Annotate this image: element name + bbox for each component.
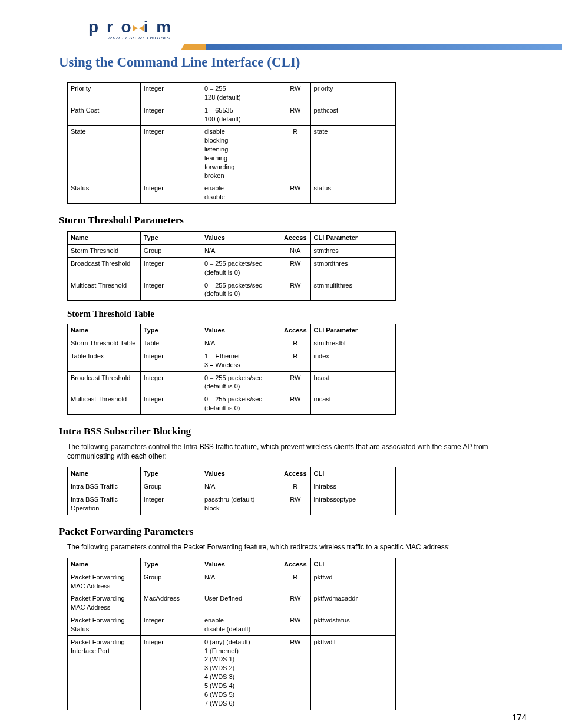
- cell-cli: state: [310, 126, 395, 182]
- cell-values: N/A: [201, 480, 280, 493]
- cell-values: 0 (any) (default)1 (Ethernet)2 (WDS 1)3 …: [201, 635, 280, 710]
- cell-access: RW: [280, 493, 310, 515]
- cell-access: RW: [280, 371, 310, 393]
- table-row: Storm Threshold TableTableN/ARstmthrestb…: [68, 337, 396, 350]
- cell-name: Packet Forwarding MAC Address: [68, 571, 141, 592]
- col-access: Access: [280, 324, 310, 337]
- cell-access: RW: [280, 104, 310, 126]
- cell-cli: stmthrestbl: [310, 337, 395, 350]
- cell-access: R: [280, 337, 310, 350]
- intro-intra-bss: The following parameters control the Int…: [67, 442, 527, 461]
- cell-values: User Defined: [201, 592, 280, 614]
- cell-access: R: [280, 571, 310, 592]
- cell-cli: pathcost: [310, 104, 395, 126]
- col-access: Access: [280, 232, 310, 245]
- table-row: Broadcast ThresholdInteger0 – 255 packet…: [68, 257, 396, 279]
- cell-type: Table: [140, 337, 201, 350]
- cell-name: Multicast Threshold: [68, 279, 141, 301]
- cell-name: State: [68, 126, 141, 182]
- table-row: Broadcast ThresholdInteger0 – 255 packet…: [68, 371, 396, 393]
- table-row: Path CostInteger1 – 65535100 (default)RW…: [68, 104, 396, 126]
- cell-name: Path Cost: [68, 104, 141, 126]
- col-access: Access: [280, 558, 310, 571]
- cell-cli: intrabssoptype: [310, 493, 395, 515]
- page-root: p r oi m WIRELESS NETWORKS Using the Com…: [0, 0, 562, 728]
- col-cli: CLI Parameter: [310, 324, 395, 337]
- page-title: Using the Command Line Interface (CLI): [59, 55, 527, 70]
- cell-cli: pktfwdstatus: [310, 614, 395, 636]
- logo-arrow-icon: [133, 23, 144, 34]
- col-type: Type: [140, 232, 201, 245]
- cell-type: Integer: [140, 371, 201, 393]
- col-type: Type: [140, 467, 201, 480]
- cell-type: Integer: [140, 350, 201, 371]
- table-top: PriorityInteger0 – 255128 (default)RWpri…: [67, 82, 396, 204]
- col-values: Values: [201, 558, 280, 571]
- col-values: Values: [201, 324, 280, 337]
- col-values: Values: [201, 467, 280, 480]
- cell-access: RW: [280, 393, 310, 415]
- heading-storm-table: Storm Threshold Table: [67, 309, 527, 319]
- cell-type: Integer: [140, 83, 201, 104]
- cell-cli: bcast: [310, 371, 395, 393]
- cell-cli: pktfwd: [310, 571, 395, 592]
- table-row: Table IndexInteger1 = Ethernet3 = Wirele…: [68, 350, 396, 371]
- cell-type: Integer: [140, 635, 201, 710]
- table-header-row: Name Type Values Access CLI: [68, 558, 396, 571]
- table-storm-table: Name Type Values Access CLI Parameter St…: [67, 324, 396, 415]
- heading-intra-bss: Intra BSS Subscriber Blocking: [59, 426, 527, 437]
- col-name: Name: [68, 558, 141, 571]
- col-cli: CLI: [310, 467, 395, 480]
- cell-cli: stmthres: [310, 244, 395, 257]
- cell-access: R: [280, 480, 310, 493]
- cell-name: Intra BSS Traffic: [68, 480, 141, 493]
- cell-cli: stmmultithres: [310, 279, 395, 301]
- cell-values: 0 – 255 packets/sec(default is 0): [201, 371, 280, 393]
- table-row: Packet Forwarding StatusIntegerenabledis…: [68, 614, 396, 636]
- col-cli: CLI: [310, 558, 395, 571]
- table-intra-bss: Name Type Values Access CLI Intra BSS Tr…: [67, 467, 396, 515]
- table-row: Storm ThresholdGroupN/AN/Astmthres: [68, 244, 396, 257]
- cell-access: R: [280, 126, 310, 182]
- cell-name: Packet Forwarding Interface Port: [68, 635, 141, 710]
- cell-access: RW: [280, 257, 310, 279]
- cell-values: 1 = Ethernet3 = Wireless: [201, 350, 280, 371]
- table-packet-fwd: Name Type Values Access CLI Packet Forwa…: [67, 558, 396, 710]
- cell-name: Packet Forwarding MAC Address: [68, 592, 141, 614]
- cell-type: Integer: [140, 393, 201, 415]
- cell-name: Table Index: [68, 350, 141, 371]
- cell-values: disableblockinglisteninglearningforwardi…: [201, 126, 280, 182]
- table-row: Packet Forwarding MAC AddressMacAddressU…: [68, 592, 396, 614]
- cell-cli: pktfwdif: [310, 635, 395, 710]
- cell-cli: stmbrdthres: [310, 257, 395, 279]
- logo-block: p r oi m WIRELESS NETWORKS: [88, 18, 173, 41]
- table-storm-params: Name Type Values Access CLI Parameter St…: [67, 231, 396, 301]
- table-row: Multicast ThresholdInteger0 – 255 packet…: [68, 393, 396, 415]
- col-values: Values: [201, 232, 280, 245]
- col-type: Type: [140, 558, 201, 571]
- cell-access: RW: [280, 83, 310, 104]
- col-name: Name: [68, 324, 141, 337]
- cell-access: RW: [280, 182, 310, 204]
- page-number: 174: [512, 712, 527, 722]
- col-access: Access: [280, 467, 310, 480]
- col-name: Name: [68, 467, 141, 480]
- cell-type: Integer: [140, 104, 201, 126]
- cell-cli: pktfwdmacaddr: [310, 592, 395, 614]
- cell-name: Intra BSS Traffic Operation: [68, 493, 141, 515]
- cell-values: 0 – 255 packets/sec(default is 0): [201, 393, 280, 415]
- cell-values: 0 – 255128 (default): [201, 83, 280, 104]
- cell-type: Group: [140, 571, 201, 592]
- table-row: Packet Forwarding MAC AddressGroupN/ARpk…: [68, 571, 396, 592]
- header-banner: p r oi m WIRELESS NETWORKS: [59, 18, 527, 50]
- table-header-row: Name Type Values Access CLI Parameter: [68, 232, 396, 245]
- cell-values: N/A: [201, 337, 280, 350]
- cell-access: N/A: [280, 244, 310, 257]
- heading-packet-fwd: Packet Forwarding Parameters: [59, 526, 527, 538]
- table-row: StatusIntegerenabledisableRWstatus: [68, 182, 396, 204]
- cell-name: Broadcast Threshold: [68, 257, 141, 279]
- cell-cli: index: [310, 350, 395, 371]
- cell-name: Priority: [68, 83, 141, 104]
- col-name: Name: [68, 232, 141, 245]
- cell-access: RW: [280, 279, 310, 301]
